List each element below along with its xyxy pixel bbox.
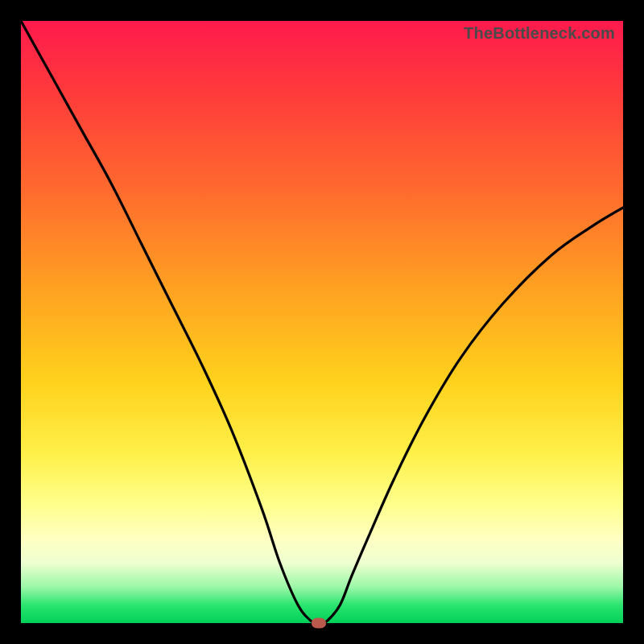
plot-area: TheBottleneck.com: [21, 21, 623, 623]
bottleneck-curve: [21, 21, 623, 623]
chart-frame: TheBottleneck.com: [0, 0, 644, 644]
optimum-marker-icon: [312, 618, 326, 629]
